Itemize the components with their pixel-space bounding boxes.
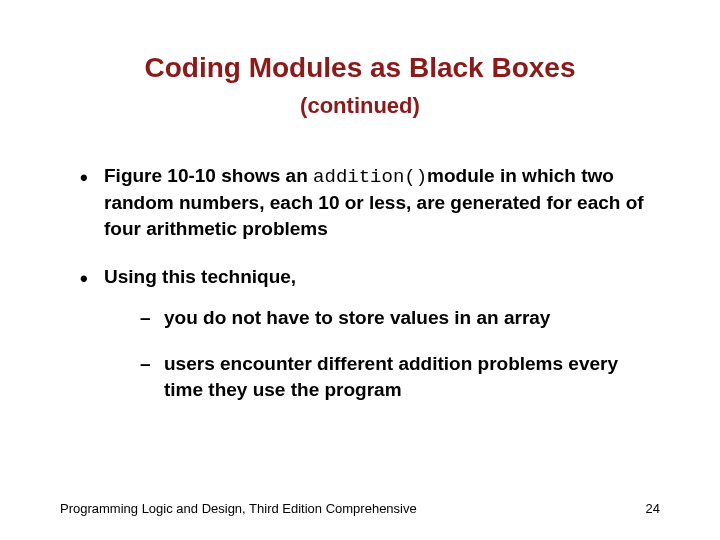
title-subtitle: (continued)	[300, 93, 420, 118]
footer-text: Programming Logic and Design, Third Edit…	[60, 501, 417, 516]
slide-container: Coding Modules as Black Boxes (continued…	[0, 0, 720, 540]
sub-bullet-list: you do not have to store values in an ar…	[104, 305, 660, 402]
sub-bullet-2: users encounter different addition probl…	[140, 351, 660, 402]
title-main: Coding Modules as Black Boxes	[145, 52, 576, 83]
bullet-item-1: Figure 10-10 shows an addition()module i…	[80, 163, 660, 242]
slide-title: Coding Modules as Black Boxes (continued…	[60, 50, 660, 123]
page-number: 24	[646, 501, 660, 516]
bullet-item-2: Using this technique, you do not have to…	[80, 264, 660, 403]
code-snippet: addition()	[313, 166, 427, 188]
bullet-list: Figure 10-10 shows an addition()module i…	[60, 163, 660, 402]
slide-footer: Programming Logic and Design, Third Edit…	[60, 501, 660, 516]
sub-bullet-1: you do not have to store values in an ar…	[140, 305, 660, 331]
